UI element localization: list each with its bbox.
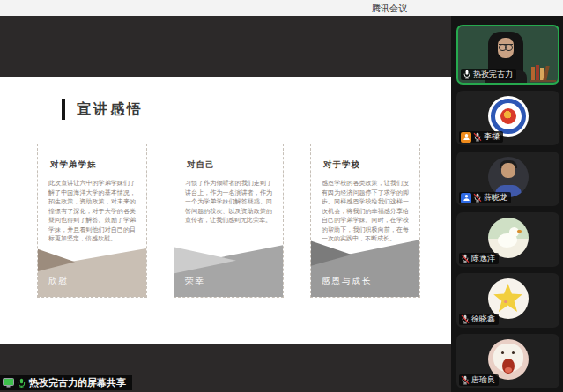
participant-tile-speaker[interactable]: 热孜完古力 xyxy=(456,25,559,85)
screen-share-view: 宣讲感悟 对学弟学妹 此次宣讲让六中的学弟学妹们了解了中国海洋大学的基本情况，招… xyxy=(0,16,451,392)
card-footer-graphic xyxy=(174,244,283,297)
mic-muted-icon xyxy=(461,254,470,263)
participant-nametag: 热孜完古力 xyxy=(461,69,516,80)
participant-tile[interactable]: 唐瑜良 xyxy=(456,334,559,388)
participant-nametag: 唐瑜良 xyxy=(459,374,499,386)
card-body: 此次宣讲让六中的学弟学妹们了解了中国海洋大学的基本情况，招生政策，资助政策，对未… xyxy=(48,179,136,244)
participant-nametag: 李樑 xyxy=(459,131,503,143)
card-footer-graphic xyxy=(38,248,146,297)
presentation-slide: 宣讲感悟 对学弟学妹 此次宣讲让六中的学弟学妹们了解了中国海洋大学的基本情况，招… xyxy=(0,77,451,344)
participant-tile[interactable]: 徐晓鑫 xyxy=(456,273,559,328)
meeting-window: 腾讯会议 宣讲感悟 对学弟学妹 此次宣讲让六中的学弟学妹们了解了中国海洋大学的基… xyxy=(0,0,563,392)
window-title: 腾讯会议 xyxy=(372,3,407,15)
mic-muted-icon xyxy=(461,314,470,324)
participant-name: 李樑 xyxy=(484,131,500,143)
participant-nametag: 陈逸洋 xyxy=(459,253,499,264)
participant-nametag: 薛晓龙 xyxy=(459,192,511,203)
participant-name: 徐晓鑫 xyxy=(471,314,495,325)
card-self: 对自己 习惯了作为倾听者的我们走到了讲台上，作为一名演讲者，作为一个为学弟学妹们… xyxy=(174,144,284,298)
participant-name: 唐瑜良 xyxy=(471,374,495,386)
slide-heading: 宣讲感悟 xyxy=(62,99,144,120)
card-tag: 荣幸 xyxy=(185,276,205,287)
card-title: 对自己 xyxy=(187,159,270,171)
cohost-badge-icon xyxy=(461,193,471,203)
host-badge-icon xyxy=(461,132,471,143)
reflection-cards: 对学弟学妹 此次宣讲让六中的学弟学妹们了解了中国海洋大学的基本情况，招生政策，资… xyxy=(37,144,420,298)
card-juniors: 对学弟学妹 此次宣讲让六中的学弟学妹们了解了中国海洋大学的基本情况，招生政策，资… xyxy=(37,144,147,298)
participant-tile[interactable]: 薛晓龙 xyxy=(456,152,559,206)
participant-name: 热孜完古力 xyxy=(473,69,513,80)
card-school: 对于学校 感恩学校的各类政策，让我们没有因为经济问题停下了求学的脚步。同样感恩学… xyxy=(310,144,420,298)
heading-accent-bar xyxy=(62,99,65,120)
mic-on-icon xyxy=(463,70,471,79)
window-titlebar: 腾讯会议 xyxy=(0,0,563,16)
card-footer-graphic xyxy=(311,239,419,297)
participant-name: 陈逸洋 xyxy=(471,253,495,264)
participant-name: 薛晓龙 xyxy=(484,192,507,203)
card-title: 对学弟学妹 xyxy=(50,159,134,171)
participant-tile[interactable]: 陈逸洋 xyxy=(456,212,559,267)
participants-sidebar[interactable]: 热孜完古力 xyxy=(451,16,563,392)
participant-nametag: 徐晓鑫 xyxy=(459,314,499,325)
screen-share-icon xyxy=(3,378,14,388)
slide-title: 宣讲感悟 xyxy=(77,100,144,119)
card-tag: 感恩与成长 xyxy=(322,276,373,287)
card-body: 感恩学校的各类政策，让我们没有因为经济问题停下了求学的脚步。同样感恩学校给我们这… xyxy=(322,179,409,244)
screen-share-status-text: 热孜完古力的屏幕共享 xyxy=(29,376,126,389)
participant-tile[interactable]: 李樑 xyxy=(456,91,559,145)
mic-muted-icon xyxy=(473,132,482,142)
card-tag: 欣慰 xyxy=(48,276,69,287)
mic-on-icon xyxy=(17,378,26,388)
card-title: 对于学校 xyxy=(323,159,407,171)
card-body: 习惯了作为倾听者的我们走到了讲台上，作为一名演讲者，作为一个为学弟学妹们解答疑惑… xyxy=(185,179,272,226)
mic-muted-icon xyxy=(473,193,482,203)
screen-share-status: 热孜完古力的屏幕共享 xyxy=(0,375,132,390)
mic-muted-icon xyxy=(461,375,470,385)
